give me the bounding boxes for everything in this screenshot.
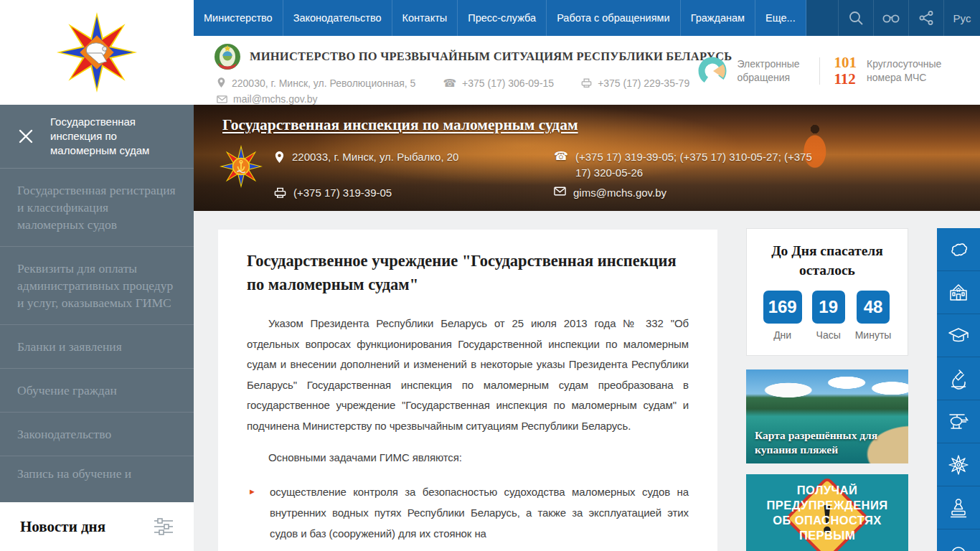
hotline-112: 112 bbox=[834, 71, 857, 88]
countdown-days-value: 169 bbox=[763, 291, 802, 324]
nav-contacts[interactable]: Контакты bbox=[392, 0, 458, 36]
coat-of-arms-icon bbox=[214, 43, 241, 70]
strip-link-education[interactable] bbox=[937, 314, 980, 357]
alert-banner-text: ПОЛУЧАЙ ПРЕДУПРЕЖДЕНИЯ ОБ ОПАСНОСТЯХ ПЕР… bbox=[759, 483, 895, 543]
star-badge-icon bbox=[948, 454, 969, 476]
mchs-star-emblem-icon bbox=[55, 10, 139, 95]
strip-link-belarus-map[interactable] bbox=[937, 228, 980, 271]
hotline-block: 101 112 Круглосуточные номера МЧС bbox=[834, 55, 953, 88]
mail-icon bbox=[217, 95, 227, 103]
sidebar-item-forms[interactable]: Бланки и заявления bbox=[0, 325, 194, 369]
news-day-title: Новости дня bbox=[20, 518, 105, 536]
language-switcher[interactable]: Рус bbox=[943, 0, 980, 36]
graduation-cap-icon bbox=[947, 326, 970, 346]
nav-list: Министерство Законодательство Контакты П… bbox=[194, 0, 806, 36]
gims-badge-icon bbox=[218, 143, 264, 189]
bullet-arrow-icon: ► bbox=[248, 481, 256, 502]
countdown-minutes-value: 48 bbox=[857, 291, 890, 324]
top-navigation: Министерство Законодательство Контакты П… bbox=[194, 0, 980, 36]
nav-press-service[interactable]: Пресс-служба bbox=[458, 0, 547, 36]
nav-legislation[interactable]: Законодательство bbox=[283, 0, 392, 36]
mchs-logo[interactable] bbox=[0, 0, 194, 105]
sidebar-item-legislation[interactable]: Законодательство bbox=[0, 413, 194, 456]
header-right: Электронные обращения 101 112 Круглосуто… bbox=[696, 55, 953, 88]
header-divider bbox=[819, 57, 820, 85]
header-address: 220030, г. Минск, ул. Революционная, 5 bbox=[217, 77, 415, 89]
microscope-icon bbox=[948, 368, 969, 390]
sidebar-item-citizen-training[interactable]: Обучение граждан bbox=[0, 369, 194, 413]
countdown-days: 169 Дни bbox=[763, 291, 802, 341]
news-day-panel: Новости дня bbox=[0, 502, 194, 551]
strip-link-science[interactable] bbox=[937, 357, 980, 400]
quick-links-strip bbox=[937, 228, 980, 551]
article-card: Государственное учреждение "Государствен… bbox=[218, 230, 717, 551]
strip-link-aviation[interactable] bbox=[937, 400, 980, 443]
header-left: МИНИСТЕРСТВО ПО ЧРЕЗВЫЧАЙНЫМ СИТУАЦИЯМ Р… bbox=[214, 43, 732, 105]
rescuer-day-countdown: До Дня спасателя осталось 169 Дни 19 Час… bbox=[746, 228, 908, 356]
hero-phones: ☎ (+375 17) 319-39-05; (+375 17) 310-05-… bbox=[554, 149, 812, 181]
countdown-minutes: 48 Минуты bbox=[855, 291, 892, 341]
hero-address: 220033, г. Минск, ул. Рыбалко, 20 bbox=[274, 149, 458, 165]
hotline-label: Круглосуточные номера МЧС bbox=[867, 57, 953, 85]
article-paragraph-1: Указом Президента Республики Беларусь от… bbox=[247, 314, 689, 436]
header-phone: ☎ +375 (17) 306-09-15 bbox=[443, 77, 554, 89]
sliders-filter-icon[interactable] bbox=[154, 517, 174, 536]
share-button[interactable] bbox=[908, 0, 943, 36]
share-icon bbox=[918, 10, 934, 26]
phone-icon: ☎ bbox=[554, 151, 568, 162]
site-header: МИНИСТЕРСТВО ПО ЧРЕЗВЫЧАЙНЫМ СИТУАЦИЯМ Р… bbox=[194, 36, 980, 105]
danger-alert-banner[interactable]: ! ПОЛУЧАЙ ПРЕДУПРЕЖДЕНИЯ ОБ ОПАСНОСТЯХ П… bbox=[746, 474, 908, 551]
article-heading: Государственное учреждение "Государствен… bbox=[247, 250, 689, 296]
appeals-circle-icon bbox=[696, 55, 729, 88]
hero-email[interactable]: gims@mchs.gov.by bbox=[554, 185, 666, 201]
location-pin-icon bbox=[217, 77, 226, 89]
beach-banner-caption: Карта разрешённых для купания пляжей bbox=[755, 428, 884, 457]
hero-title: Государственная инспекция по маломерным … bbox=[222, 116, 578, 134]
header-email[interactable]: mail@mchs.gov.by bbox=[217, 93, 317, 105]
accessibility-button[interactable] bbox=[873, 0, 908, 36]
sidebar-item-enrollment[interactable]: Запись на обучение и bbox=[0, 456, 194, 495]
phone-icon: ☎ bbox=[443, 77, 456, 88]
beach-map-banner[interactable]: Карта разрешённых для купания пляжей bbox=[746, 369, 908, 463]
nav-more[interactable]: Еще... bbox=[755, 0, 806, 36]
strip-link-partial[interactable] bbox=[937, 529, 980, 551]
hero-banner: Государственная инспекция по маломерным … bbox=[194, 105, 980, 211]
helicopter-icon bbox=[947, 413, 970, 431]
task-list: ► осуществление контроля за безопасность… bbox=[247, 481, 689, 544]
ministry-title: МИНИСТЕРСТВО ПО ЧРЕЗВЫЧАЙНЫМ СИТУАЦИЯМ Р… bbox=[250, 50, 732, 64]
partial-icon bbox=[948, 538, 969, 551]
hotline-101: 101 bbox=[834, 55, 857, 71]
countdown-hours-value: 19 bbox=[812, 291, 845, 324]
nav-appeals[interactable]: Работа с обращениями bbox=[547, 0, 681, 36]
nav-ministry[interactable]: Министерство bbox=[194, 0, 283, 36]
fax-icon bbox=[274, 187, 286, 199]
search-button[interactable] bbox=[838, 0, 873, 36]
appeals-label: Электронные обращения bbox=[738, 57, 809, 85]
sidebar-item-payment-details[interactable]: Реквизиты для оплаты административных пр… bbox=[0, 247, 194, 325]
countdown-title: До Дня спасателя осталось bbox=[754, 241, 900, 280]
close-icon[interactable] bbox=[13, 128, 43, 145]
sidebar-current-section: Государственная инспекция по маломерным … bbox=[0, 105, 194, 169]
search-icon bbox=[847, 9, 864, 27]
mail-icon bbox=[554, 187, 566, 196]
strip-link-licensing[interactable] bbox=[937, 486, 980, 529]
sidebar-item-registration[interactable]: Государственная регистрация и классифика… bbox=[0, 169, 194, 247]
strip-link-academy[interactable] bbox=[937, 271, 980, 314]
nav-utilities: Рус bbox=[838, 0, 980, 36]
fax-icon bbox=[581, 77, 592, 88]
nav-citizens[interactable]: Гражданам bbox=[681, 0, 755, 36]
header-fax: +375 (17) 229-35-79 bbox=[581, 77, 689, 89]
article-paragraph-2: Основными задачами ГИМС являются: bbox=[247, 448, 689, 468]
sidebar: Государственная инспекция по маломерным … bbox=[0, 105, 194, 551]
task-item: ► осуществление контроля за безопасность… bbox=[247, 481, 689, 544]
belarus-map-icon bbox=[947, 240, 970, 260]
countdown-hours: 19 Часы bbox=[812, 291, 845, 341]
page: { "topnav": { "items": ["Министерство", … bbox=[0, 0, 980, 551]
eyeglasses-icon bbox=[881, 11, 901, 24]
hero-fax: (+375 17) 319-39-05 bbox=[274, 185, 392, 201]
academy-building-icon bbox=[948, 282, 969, 303]
electronic-appeals-link[interactable]: Электронные обращения bbox=[696, 55, 809, 88]
sidebar-current-title: Государственная инспекция по маломерным … bbox=[50, 115, 181, 158]
stamp-icon bbox=[948, 497, 969, 519]
strip-link-awards[interactable] bbox=[937, 443, 980, 486]
